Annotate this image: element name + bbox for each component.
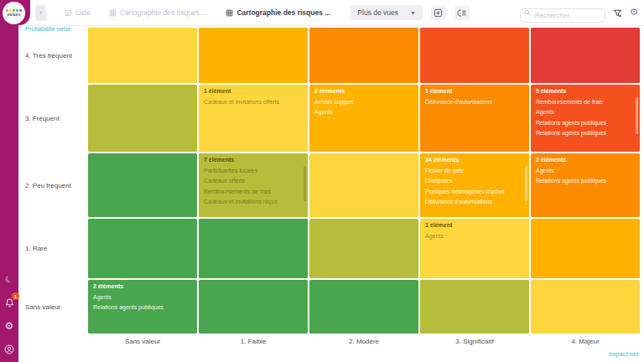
row-height-button[interactable] bbox=[454, 6, 470, 20]
risk-item[interactable]: Agents bbox=[425, 233, 524, 239]
matrix-cell[interactable] bbox=[88, 219, 197, 278]
x-axis-title[interactable]: Impact net bbox=[609, 350, 638, 358]
cell-count: 7 éléments bbox=[204, 157, 303, 163]
matrix-cell[interactable] bbox=[531, 280, 640, 334]
cell-count: 1 élément bbox=[425, 222, 524, 228]
matrix-row: 1 élément Cadeaux et invitations offerts… bbox=[88, 85, 640, 152]
notification-badge: 1 bbox=[12, 292, 19, 300]
account-button[interactable] bbox=[3, 344, 15, 355]
matrix-cell[interactable] bbox=[88, 153, 197, 217]
view-tab[interactable]: Cartographie des risques ... bbox=[226, 8, 330, 17]
matrix-cell[interactable] bbox=[199, 219, 308, 278]
search-input[interactable] bbox=[520, 8, 605, 23]
risk-item[interactable]: Fichier de paie bbox=[425, 168, 524, 173]
matrix-cell[interactable] bbox=[531, 219, 640, 278]
search-box bbox=[520, 6, 605, 20]
risk-item[interactable]: Particluarités locales bbox=[204, 168, 303, 173]
column-label: Sans valeur bbox=[88, 338, 197, 345]
cell-count: 2 éléments bbox=[314, 88, 413, 94]
risk-item[interactable]: Relations agents publiques bbox=[93, 304, 192, 310]
chevron-right-icon: › bbox=[39, 8, 42, 17]
matrix-cell[interactable] bbox=[199, 28, 308, 83]
risk-item[interactable]: Cadeaux offerts bbox=[204, 178, 303, 184]
risk-item[interactable]: Remboursements de frais bbox=[536, 99, 635, 105]
bell-icon bbox=[5, 298, 14, 308]
row-label: Sans valeur bbox=[18, 280, 88, 334]
matrix-row: 2 éléments AgentsRelations agents publiq… bbox=[88, 280, 640, 334]
cell-count: 34 éléments bbox=[425, 157, 524, 163]
row-height-icon bbox=[457, 8, 467, 18]
filter-button[interactable] bbox=[613, 8, 622, 18]
matrix-cell[interactable]: 1 élément Agents bbox=[420, 219, 529, 278]
filter-icon bbox=[613, 8, 622, 18]
more-views-dropdown[interactable]: Plus de vues ▼ bbox=[351, 5, 423, 20]
risk-item[interactable]: Agents bbox=[536, 168, 635, 173]
cell-scrollbar[interactable] bbox=[304, 166, 306, 201]
matrix-row: 7 éléments Particluarités localesCadeaux… bbox=[88, 153, 640, 217]
matrix-row: 1 élément Agents bbox=[88, 219, 640, 278]
add-view-button[interactable] bbox=[431, 6, 446, 20]
matrix-row bbox=[88, 28, 640, 83]
cell-count: 5 éléments bbox=[536, 88, 635, 94]
risk-item[interactable]: Achats support bbox=[314, 99, 413, 105]
column-label: 1. Faible bbox=[199, 338, 308, 345]
logo: values bbox=[3, 2, 25, 24]
view-tab-label: Cartographie des risques ... bbox=[236, 8, 330, 17]
dark-mode-button[interactable]: ☾ bbox=[3, 273, 15, 285]
risk-item[interactable]: Cadeaux et invitations offerts bbox=[204, 99, 303, 105]
sidebar-expand-button[interactable]: › bbox=[35, 5, 46, 21]
risk-item[interactable]: Agents bbox=[314, 109, 413, 115]
matrix-cell[interactable]: 2 éléments AgentsRelations agents publiq… bbox=[531, 153, 640, 217]
matrix-cell[interactable] bbox=[420, 280, 529, 334]
settings-button[interactable]: ⚙ bbox=[3, 320, 15, 332]
view-tabs: Liste Cartographie des risques ... Carto… bbox=[46, 8, 330, 17]
cell-count: 2 éléments bbox=[536, 157, 635, 163]
chevron-down-icon: ▼ bbox=[410, 10, 416, 16]
cell-count: 1 élément bbox=[425, 88, 524, 94]
matrix-cell[interactable]: 1 élément Délivrance d'autorisations bbox=[420, 85, 529, 152]
risk-item[interactable]: Relations agents publiques bbox=[536, 178, 635, 184]
cell-scrollbar[interactable] bbox=[636, 97, 638, 134]
matrix-cell[interactable] bbox=[88, 85, 197, 152]
risk-item[interactable]: Délivrance d'autorisations bbox=[425, 199, 524, 204]
app-root: ☾ 1 ⚙ values › Li bbox=[0, 0, 644, 362]
risk-matrix-board: Probabilité nette 4. Très fréquent3. Fré… bbox=[18, 26, 644, 362]
notifications-button[interactable]: 1 bbox=[3, 297, 15, 308]
column-labels: Sans valeur1. Faible2. Modéré3. Signific… bbox=[88, 338, 640, 345]
matrix-cell[interactable] bbox=[88, 28, 197, 83]
risk-item[interactable]: Cadeaux et invitations reçus bbox=[204, 199, 303, 204]
view-settings-button[interactable]: ⚙ bbox=[630, 8, 638, 18]
matrix-cell[interactable]: 34 éléments Fichier de paieChéquiersPrat… bbox=[420, 153, 529, 217]
matrix-cell[interactable] bbox=[420, 28, 529, 83]
view-tab[interactable]: Liste bbox=[65, 8, 91, 17]
matrix-cell[interactable] bbox=[309, 280, 418, 334]
topbar: › Liste Cartographie des risques ... Car… bbox=[18, 0, 644, 26]
risk-item[interactable]: Agents bbox=[93, 294, 192, 300]
matrix-cell[interactable]: 5 éléments Remboursements de fraisAgents… bbox=[531, 85, 640, 152]
risk-item[interactable]: Remboursements de frais bbox=[204, 189, 303, 194]
more-views-label: Plus de vues bbox=[357, 8, 398, 17]
matrix-cell[interactable] bbox=[199, 280, 308, 334]
search-icon bbox=[524, 9, 531, 16]
matrix-cell[interactable] bbox=[309, 153, 418, 217]
cell-scrollbar[interactable] bbox=[525, 166, 527, 201]
matrix-cell[interactable] bbox=[309, 28, 418, 83]
column-label: 2. Modéré bbox=[309, 338, 418, 345]
matrix-cell[interactable] bbox=[309, 219, 418, 278]
matrix-cell[interactable]: 2 éléments AgentsRelations agents publiq… bbox=[88, 280, 197, 334]
risk-item[interactable]: Chéquiers bbox=[425, 178, 524, 184]
risk-item[interactable]: Agents bbox=[536, 109, 635, 115]
logo-badge[interactable]: values bbox=[0, 0, 30, 25]
risk-item[interactable]: Délivrance d'autorisations bbox=[425, 99, 524, 105]
matrix-cell[interactable]: 1 élément Cadeaux et invitations offerts bbox=[199, 85, 308, 152]
view-tab-label: Cartographie des risques ... bbox=[120, 8, 207, 17]
matrix-cell[interactable]: 7 éléments Particluarités localesCadeaux… bbox=[199, 153, 308, 217]
risk-item[interactable]: Relations agents publiques bbox=[536, 130, 635, 136]
risk-item[interactable]: Pratiques hétérogènes d'achat bbox=[425, 189, 524, 194]
matrix-cell[interactable] bbox=[531, 28, 640, 83]
risk-item[interactable]: Relations agents publiques bbox=[536, 120, 635, 126]
view-tab[interactable]: Cartographie des risques ... bbox=[109, 8, 207, 17]
matrix-cell[interactable]: 2 éléments Achats supportAgents bbox=[309, 85, 418, 152]
column-label: 3. Significatif bbox=[420, 338, 529, 345]
row-label: 2. Peu fréquent bbox=[18, 153, 88, 217]
